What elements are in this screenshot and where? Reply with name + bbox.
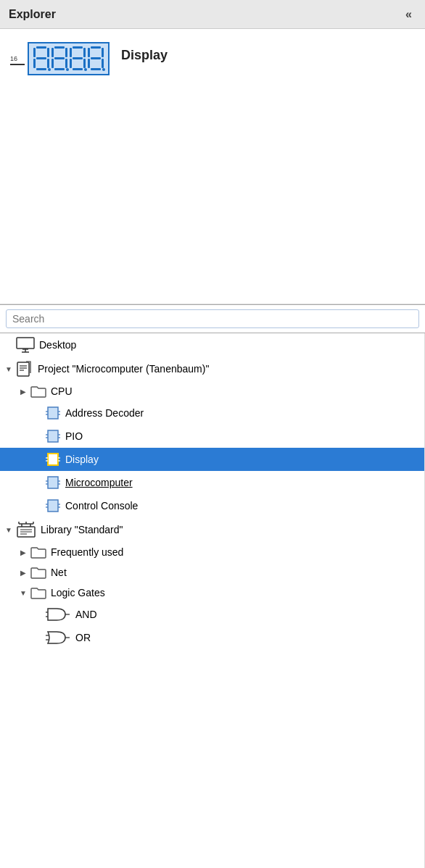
tree-item-pio[interactable]: PIO	[0, 425, 424, 448]
seg-tr-1	[47, 48, 49, 57]
seg-digit-3	[70, 46, 86, 71]
project-icon	[16, 360, 33, 377]
tree-item-label: Library "Standard"	[41, 524, 123, 535]
seg-dp-2	[66, 68, 69, 71]
seg-br-1	[47, 59, 49, 68]
tree-item-frequently-used[interactable]: ▶ Frequently used	[0, 542, 424, 562]
seg-bot-2	[54, 68, 65, 70]
seg-mid-4	[91, 57, 101, 59]
tree-item-desktop[interactable]: Desktop	[0, 333, 424, 356]
tree-item-cpu[interactable]: ▶ CPU	[0, 381, 424, 401]
tree-item-and[interactable]: AND	[0, 603, 424, 626]
seg-bot-3	[73, 68, 83, 70]
seg-tl-2	[51, 48, 54, 57]
library-icon	[16, 521, 36, 538]
seg-br-3	[83, 59, 86, 68]
svg-rect-23	[48, 477, 58, 488]
folder-icon	[30, 385, 46, 398]
tree-item-label: CPU	[51, 385, 73, 397]
seg-tr-3	[83, 48, 86, 57]
tree-item-label: Display	[65, 454, 99, 465]
tree-item-net[interactable]: ▶ Net	[0, 562, 424, 583]
folder-icon	[30, 586, 46, 599]
tree-item-label: OR	[75, 632, 91, 643]
seven-segment-display	[28, 42, 110, 75]
tree-item-label: PIO	[65, 430, 83, 442]
seg-tr-4	[102, 48, 104, 57]
seg-bot-4	[91, 68, 101, 70]
seg-mid-3	[73, 57, 83, 59]
seg-bot-1	[36, 68, 46, 70]
seg-tr-2	[65, 48, 67, 57]
tree-item-label: Net	[51, 567, 67, 578]
search-input[interactable]	[6, 309, 419, 328]
tree-item-label: Address Decoder	[65, 407, 144, 419]
seg-br-4	[102, 59, 104, 68]
seg-dp-4	[102, 68, 105, 71]
and-gate-icon	[45, 606, 71, 622]
tree-item-logic-gates[interactable]: ▼ Logic Gates	[0, 583, 424, 603]
seg-digit-4	[88, 46, 104, 71]
tree-item-label: Microcomputer	[65, 477, 133, 488]
chevron-right-icon[interactable]: ▶	[17, 567, 29, 578]
seg-top-2	[54, 46, 65, 49]
tree-item-control-console[interactable]: Control Console	[0, 494, 424, 517]
chevron-right-icon[interactable]: ▶	[17, 546, 29, 558]
search-container	[0, 304, 425, 333]
seg-tl-4	[88, 48, 90, 57]
tree-item-label: Desktop	[39, 339, 76, 351]
tree-item-label: AND	[75, 609, 97, 620]
tree-item-label: Logic Gates	[51, 587, 105, 598]
tree-item-display[interactable]: Display	[0, 448, 424, 471]
seg-tl-1	[33, 48, 36, 57]
circuit-selected-icon	[45, 451, 61, 467]
svg-rect-13	[48, 430, 58, 442]
folder-icon	[30, 546, 46, 559]
preview-component-label: Display	[121, 48, 168, 63]
seg-top-4	[91, 46, 101, 49]
tree-item-address-decoder[interactable]: Address Decoder	[0, 401, 424, 425]
seg-bl-3	[70, 59, 72, 68]
seg-digit-2	[51, 46, 67, 71]
tree-item-microcomputer[interactable]: Microcomputer	[0, 471, 424, 494]
svg-rect-0	[17, 338, 34, 349]
or-gate-icon	[45, 630, 71, 646]
folder-icon	[30, 566, 46, 579]
tree-item-project[interactable]: ▼ Project "Microcomputer (Tanenbaum)"	[0, 356, 424, 381]
tree-item-label: Project "Microcomputer (Tanenbaum)"	[38, 363, 209, 375]
explorer-title: Explorer	[9, 8, 56, 21]
seg-br-2	[65, 59, 67, 68]
tree-item-label: Control Console	[65, 500, 138, 512]
seg-tl-3	[70, 48, 72, 57]
svg-rect-8	[48, 407, 58, 419]
seg-top-3	[73, 46, 83, 49]
seg-top-1	[36, 46, 46, 49]
seg-mid-2	[54, 57, 65, 59]
circuit-icon	[45, 498, 61, 514]
seg-mid-1	[36, 57, 46, 59]
chevron-right-icon[interactable]: ▶	[17, 385, 29, 397]
tree-item-library-standard[interactable]: ▼ Library "Standard"	[0, 517, 424, 542]
tree-item-label: Frequently used	[51, 546, 123, 558]
seg-bl-1	[33, 59, 36, 68]
seg-digit-1	[33, 46, 49, 71]
explorer-header: Explorer «	[0, 0, 425, 29]
svg-rect-28	[48, 500, 58, 512]
seg-bl-2	[51, 59, 54, 68]
display-input-pin: 16	[10, 55, 25, 65]
seg-bl-4	[88, 59, 90, 68]
svg-rect-18	[48, 454, 58, 465]
desktop-icon	[16, 337, 35, 353]
tree-item-or[interactable]: OR	[0, 626, 424, 649]
svg-rect-4	[17, 362, 29, 376]
chevron-down-icon[interactable]: ▼	[3, 524, 15, 535]
collapse-button[interactable]: «	[401, 7, 416, 22]
circuit-icon	[45, 405, 61, 421]
seg-dp-1	[48, 68, 51, 71]
preview-area: 16	[0, 29, 425, 304]
chevron-down-icon[interactable]: ▼	[3, 363, 15, 375]
seg-dp-3	[84, 68, 87, 71]
tree-container[interactable]: Desktop▼ Project "Microcomputer (Tanenba…	[0, 333, 425, 868]
chevron-down-icon[interactable]: ▼	[17, 587, 29, 598]
display-preview: 16	[10, 42, 110, 75]
